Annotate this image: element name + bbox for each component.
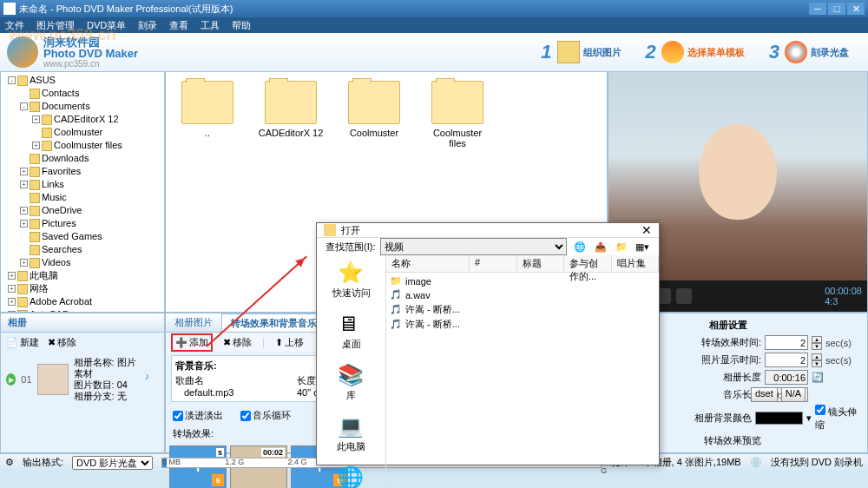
list-item[interactable]: 🎵a.wav <box>390 288 655 302</box>
menu-view[interactable]: 查看 <box>169 19 188 32</box>
folder-tree[interactable]: -ASUSContacts-Documents+CADEditorX 12Coo… <box>0 71 165 313</box>
tree-item[interactable]: +网络 <box>4 282 161 295</box>
play-icon: ▶ <box>6 373 16 386</box>
up-icon[interactable]: 📤 <box>593 239 608 254</box>
tree-item[interactable]: +Favorites <box>4 165 161 178</box>
tree-item[interactable]: +Pictures <box>4 217 161 230</box>
album-num: 01 <box>21 374 31 385</box>
tree-item[interactable]: -Documents <box>4 100 161 113</box>
album-meta: 相册名称: 图片素材 图片数目: 04 相册分支: 无 <box>74 357 140 402</box>
menu-help[interactable]: 帮助 <box>232 19 251 32</box>
menu-file[interactable]: 文件 <box>5 19 24 32</box>
dropdown-icon[interactable]: ▾ <box>806 412 812 424</box>
minimize-button[interactable]: ─ <box>809 3 826 15</box>
burn-icon <box>785 41 807 63</box>
fade-checkbox[interactable]: 淡进淡出 <box>173 409 223 422</box>
menu-dvd[interactable]: DVD菜单 <box>87 19 126 32</box>
tree-item[interactable]: +OneDrive <box>4 204 161 217</box>
maximize-button[interactable]: □ <box>828 3 845 15</box>
album-pane: 相册 📄 新建 ✖ 移除 ▶ 01 相册名称: 图片素材 图片数目: 04 相册… <box>0 313 165 453</box>
bg-color-picker[interactable] <box>755 412 803 425</box>
music-note-icon: ♪ <box>145 371 159 388</box>
look-in-select[interactable]: 视频 <box>380 238 567 255</box>
newfolder-icon[interactable]: 📁 <box>614 239 629 254</box>
tree-item[interactable]: Coolmuster <box>4 126 161 139</box>
remove-button[interactable]: ✖ 移除 <box>223 336 252 349</box>
tree-item[interactable]: -ASUS <box>4 74 161 87</box>
dialog-title: 打开 <box>341 224 360 237</box>
album-new-button[interactable]: 📄 新建 <box>6 336 39 349</box>
step-1[interactable]: 1 组织图片 <box>529 41 633 63</box>
app-icon <box>3 3 16 15</box>
place-item[interactable]: 💻此电脑 <box>337 414 365 453</box>
dialog-lookrow: 查找范围(I): 视频 🌐 📤 📁 ▦▾ <box>317 238 659 255</box>
close-button[interactable]: ✕ <box>847 3 865 15</box>
next-button[interactable] <box>676 288 692 304</box>
step-2[interactable]: 2 选择菜单模板 <box>634 41 757 63</box>
dialog-close-button[interactable]: ✕ <box>641 223 652 237</box>
place-item[interactable]: 🖥桌面 <box>338 312 365 351</box>
na-button[interactable]: N/A <box>781 387 806 402</box>
template-icon <box>661 41 684 63</box>
list-item[interactable]: 🎵许嵩 - 断桥... <box>390 317 655 332</box>
display-time-input[interactable] <box>765 353 808 367</box>
add-button[interactable]: ➕ 添加 <box>171 333 213 352</box>
tab-photos[interactable]: 相册图片 <box>166 313 221 332</box>
logo-sub: www.pc359.cn <box>43 59 138 69</box>
gear-icon[interactable]: ⚙ <box>5 457 14 468</box>
file-item[interactable]: CADEditorX 12 <box>258 81 324 138</box>
tree-item[interactable]: Saved Games <box>4 230 161 243</box>
folder-icon <box>324 224 336 236</box>
dset-button[interactable]: dset <box>751 387 778 402</box>
loop-checkbox[interactable]: 音乐循环 <box>240 409 291 422</box>
settings-header: 相册设置 <box>657 319 862 332</box>
spinner[interactable]: ▲▼ <box>812 353 822 367</box>
album-tab[interactable]: 相册 <box>1 313 164 333</box>
album-tools: 📄 新建 ✖ 移除 <box>1 333 164 352</box>
album-delete-button[interactable]: ✖ 移除 <box>48 336 76 349</box>
logobar: 润来软件园 Photo DVD Maker www.pc359.cn 1 组织图… <box>0 33 868 71</box>
album-length <box>765 370 808 385</box>
tree-item[interactable]: +Links <box>4 178 161 191</box>
burner-status: 没有找到 DVD 刻录机 <box>771 456 863 469</box>
file-item[interactable]: Coolmuster files <box>424 81 490 148</box>
menu-burn[interactable]: 刻录 <box>138 19 157 32</box>
transition-time-input[interactable] <box>765 335 808 350</box>
tree-item[interactable]: Searches <box>4 243 161 256</box>
list-item[interactable]: 📁image <box>390 274 655 288</box>
move-up-button[interactable]: ⬆ 上移 <box>275 336 304 349</box>
open-dialog: 打开 ✕ 查找范围(I): 视频 🌐 📤 📁 ▦▾ ⭐快速访问🖥桌面📚库💻此电脑… <box>316 222 660 465</box>
album-item[interactable]: ▶ 01 相册名称: 图片素材 图片数目: 04 相册分支: 无 ♪ <box>1 352 164 407</box>
output-format-select[interactable]: DVD 影片光盘 <box>72 456 153 470</box>
tree-item[interactable]: +Videos <box>4 256 161 269</box>
tree-item[interactable]: Music <box>4 191 161 204</box>
window-title: 未命名 - Photo DVD Maker Professional(试用版本) <box>19 3 807 16</box>
dialog-body: ⭐快速访问🖥桌面📚库💻此电脑🌐网络 名称#标题参与创作的...唱片集 📁imag… <box>317 255 659 488</box>
place-item[interactable]: 🌐网络 <box>338 465 365 488</box>
settings-pane: 相册设置 转场效果时间:▲▼sec(s) 照片显示时间:▲▼sec(s) 相册长… <box>651 313 868 453</box>
sync-icon[interactable]: 🔄 <box>812 372 824 383</box>
tree-item[interactable]: +此电脑 <box>4 269 161 282</box>
tree-item[interactable]: Downloads <box>4 152 161 165</box>
menu-pic[interactable]: 图片管理 <box>36 19 75 32</box>
list-body[interactable]: 📁image🎵a.wav🎵许嵩 - 断桥...🎵许嵩 - 断桥... <box>386 273 659 488</box>
back-icon[interactable]: 🌐 <box>572 239 588 254</box>
tree-item[interactable]: +Adobe Acrobat <box>4 295 161 308</box>
tree-item[interactable]: +Coolmuster files <box>4 139 161 152</box>
menu-tools[interactable]: 工具 <box>201 19 220 32</box>
view-icon[interactable]: ▦▾ <box>635 239 650 254</box>
logo-text2: Photo DVD Maker <box>43 48 138 59</box>
zoom-checkbox[interactable]: 镜头伸缩 <box>815 405 862 432</box>
dialog-titlebar: 打开 ✕ <box>317 223 659 238</box>
tree-item[interactable]: +CADEditorX 12 <box>4 113 161 126</box>
tree-item[interactable]: Contacts <box>4 87 161 100</box>
file-item[interactable]: Coolmuster <box>341 81 407 138</box>
spinner[interactable]: ▲▼ <box>812 336 822 350</box>
file-item[interactable]: .. <box>174 81 240 138</box>
preview-time: 00:00:084:3 <box>825 286 862 307</box>
step-3[interactable]: 3 刻录光盘 <box>757 41 861 63</box>
list-item[interactable]: 🎵许嵩 - 断桥... <box>390 302 655 317</box>
album-thumb <box>37 364 69 395</box>
place-item[interactable]: 📚库 <box>338 363 365 402</box>
place-item[interactable]: ⭐快速访问 <box>332 260 371 300</box>
